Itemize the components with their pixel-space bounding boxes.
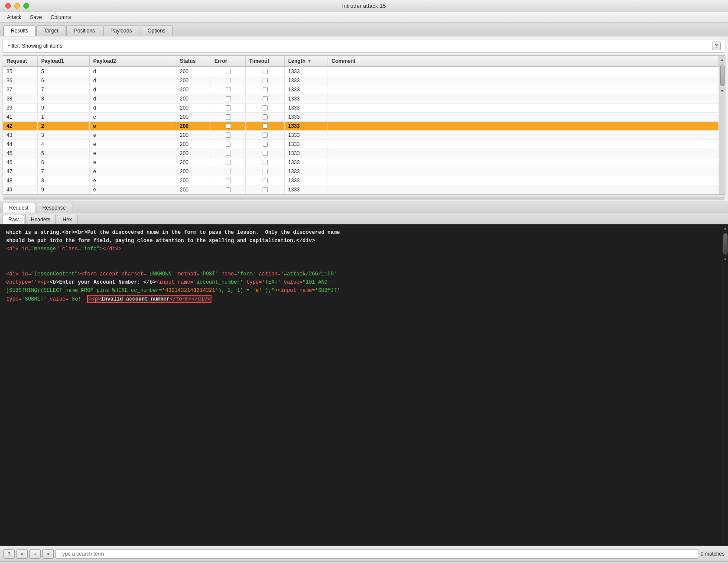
table-row[interactable]: 411e2001333 — [3, 113, 719, 122]
error-checkbox[interactable] — [226, 123, 231, 129]
timeout-checkbox[interactable] — [263, 160, 268, 165]
tab-hex[interactable]: Hex — [57, 215, 77, 224]
timeout-checkbox[interactable] — [263, 69, 268, 74]
timeout-checkbox[interactable] — [263, 133, 268, 138]
tab-request[interactable]: Request — [3, 203, 35, 213]
col-status[interactable]: Status — [176, 56, 211, 66]
col-payload1[interactable]: Payload1 — [38, 56, 90, 66]
table-row[interactable]: 355d2001333 — [3, 67, 719, 76]
scroll-up-arrow[interactable]: ▲ — [719, 57, 725, 63]
col-payload2[interactable]: Payload2 — [90, 56, 176, 66]
tab-payloads[interactable]: Payloads — [103, 25, 139, 36]
timeout-checkbox[interactable] — [263, 87, 268, 92]
maximize-button[interactable] — [23, 3, 29, 9]
window-controls[interactable] — [5, 3, 29, 9]
table-body[interactable]: 355d2001333366d2001333377d2001333388d200… — [3, 67, 719, 194]
table-row[interactable]: 399d2001333 — [3, 104, 719, 113]
menu-columns[interactable]: Columns — [47, 13, 75, 21]
code-scroll-down[interactable]: ▼ — [722, 256, 728, 262]
code-scroll-thumb[interactable] — [723, 233, 728, 255]
timeout-checkbox[interactable] — [263, 96, 268, 101]
error-checkbox[interactable] — [226, 187, 231, 192]
timeout-checkbox[interactable] — [263, 169, 268, 174]
table-row[interactable]: 499e2001333 — [3, 185, 719, 194]
menu-save[interactable]: Save — [26, 13, 45, 21]
error-checkbox[interactable] — [226, 142, 231, 147]
help-button[interactable]: ? — [712, 42, 721, 50]
table-row[interactable]: 433e2001333 — [3, 131, 719, 140]
code-line-9: type='SUBMIT' value='Go! ><p>Invalid acc… — [6, 295, 716, 304]
tab-target[interactable]: Target — [36, 25, 65, 36]
code-vertical-scrollbar[interactable]: ▲ ▼ — [722, 224, 728, 546]
status-bar: Finished drops.wooyun.org — [0, 561, 728, 563]
table-row[interactable]: 466e2001333 — [3, 158, 719, 167]
timeout-checkbox[interactable] — [263, 178, 268, 183]
code-line-1: which is a string.<br><br>Put the discov… — [6, 229, 716, 237]
table-horizontal-scrollbar[interactable] — [3, 195, 725, 201]
search-forward-button[interactable]: > — [42, 549, 54, 559]
tab-response[interactable]: Response — [36, 203, 72, 213]
timeout-checkbox[interactable] — [263, 123, 268, 129]
code-line-6: <div id="lessonContent"><form accept-cha… — [6, 270, 716, 278]
error-checkbox[interactable] — [226, 87, 231, 92]
error-checkbox[interactable] — [226, 69, 231, 74]
col-error[interactable]: Error — [211, 56, 246, 66]
tab-raw[interactable]: Raw — [3, 215, 24, 224]
code-line-7: enctype=''><p><b>Enter your Account Numb… — [6, 278, 716, 287]
h-scroll-track[interactable] — [3, 197, 725, 200]
table-row[interactable]: 388d2001333 — [3, 94, 719, 104]
timeout-checkbox[interactable] — [263, 142, 268, 147]
scroll-down-arrow[interactable]: ▼ — [719, 88, 725, 94]
highlighted-code: ><p>Invalid account number</form></div> — [87, 295, 211, 303]
error-checkbox[interactable] — [226, 96, 231, 101]
search-bar: ? < + > 0 matches — [0, 546, 728, 561]
search-next-button-plus[interactable]: + — [29, 549, 41, 559]
error-checkbox[interactable] — [226, 105, 231, 110]
error-checkbox[interactable] — [226, 114, 231, 120]
bottom-panel: Request Response Raw Headers Hex which i… — [0, 201, 728, 561]
error-checkbox[interactable] — [226, 133, 231, 138]
table-row[interactable]: 488e2001333 — [3, 176, 719, 185]
filter-bar: Filter: Showing all items ? — [3, 39, 725, 53]
tab-positions[interactable]: Positions — [66, 25, 102, 36]
search-help-button[interactable]: ? — [3, 549, 15, 559]
table-row[interactable]: 455e2001333 — [3, 149, 719, 158]
table-row[interactable]: 422e2001333 — [3, 122, 719, 131]
menu-attack[interactable]: Attack — [3, 13, 25, 21]
col-request[interactable]: Request — [3, 56, 38, 66]
code-scroll-up[interactable]: ▲ — [722, 225, 728, 231]
search-prev-button[interactable]: < — [16, 549, 28, 559]
table-row[interactable]: 366d2001333 — [3, 76, 719, 85]
close-button[interactable] — [5, 3, 11, 9]
code-content-area: which is a string.<br><br>Put the discov… — [0, 224, 722, 546]
search-input[interactable] — [55, 549, 699, 559]
tab-headers[interactable]: Headers — [25, 215, 56, 224]
timeout-checkbox[interactable] — [263, 114, 268, 120]
timeout-checkbox[interactable] — [263, 105, 268, 110]
code-line-2: should be put into the form field, payin… — [6, 237, 716, 245]
table-row[interactable]: 477e2001333 — [3, 167, 719, 176]
title-bar: Intruder attack 15 — [0, 0, 728, 12]
table-row[interactable]: 377d2001333 — [3, 85, 719, 94]
col-comment[interactable]: Comment — [328, 56, 719, 66]
results-table-container: Request Payload1 Payload2 Status Error T… — [3, 55, 725, 195]
code-line-4 — [6, 254, 716, 262]
col-length[interactable]: Length ▼ — [285, 56, 328, 66]
minimize-button[interactable] — [14, 3, 20, 9]
col-timeout[interactable]: Timeout — [246, 56, 285, 66]
table-row[interactable]: 444e2001333 — [3, 140, 719, 149]
error-checkbox[interactable] — [226, 169, 231, 174]
error-checkbox[interactable] — [226, 151, 231, 156]
timeout-checkbox[interactable] — [263, 78, 268, 83]
main-tabs: Results Target Positions Payloads Option… — [0, 23, 728, 36]
tab-results[interactable]: Results — [3, 25, 36, 36]
tab-options[interactable]: Options — [140, 25, 172, 36]
timeout-checkbox[interactable] — [263, 151, 268, 156]
timeout-checkbox[interactable] — [263, 187, 268, 192]
code-line-3: <div id="message" class="info"></div> — [6, 245, 716, 253]
table-vertical-scrollbar[interactable]: ▲ ▼ — [719, 56, 725, 194]
scroll-thumb[interactable] — [720, 65, 725, 86]
error-checkbox[interactable] — [226, 78, 231, 83]
error-checkbox[interactable] — [226, 160, 231, 165]
error-checkbox[interactable] — [226, 178, 231, 183]
